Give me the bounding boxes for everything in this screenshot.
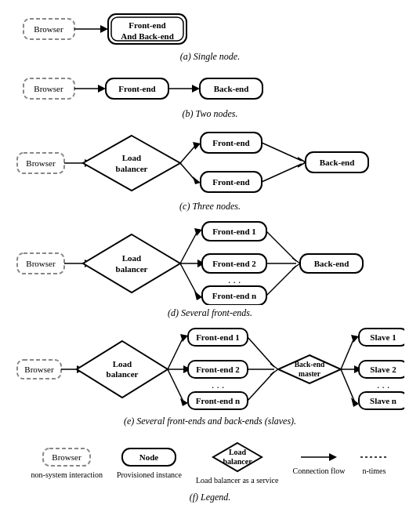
legend-node-label: Provisioned instance [117, 470, 182, 479]
svg-text:balancer: balancer [116, 164, 148, 173]
svg-marker-28 [193, 176, 201, 184]
svg-line-34 [262, 164, 302, 182]
svg-text:Front-end: Front-end [212, 138, 249, 147]
caption-b: (b) Two nodes. [183, 108, 238, 120]
legend-ntimes: n-times [359, 449, 389, 475]
svg-marker-15 [192, 85, 200, 93]
svg-text:Front-end: Front-end [212, 177, 249, 187]
svg-text:master: master [299, 370, 321, 378]
svg-line-88 [248, 372, 274, 401]
svg-text:Slave 2: Slave 2 [370, 365, 396, 374]
svg-line-98 [341, 369, 354, 401]
svg-text:Browser: Browser [26, 158, 56, 168]
svg-marker-43 [83, 234, 180, 292]
svg-line-59 [266, 231, 296, 261]
svg-marker-51 [194, 291, 202, 300]
legend-container: Browser non-system interaction Node Prov… [24, 435, 397, 489]
page: Browser Front-end And Back-end (a) Singl… [0, 0, 420, 512]
svg-text:And Back-end: And Back-end [121, 31, 174, 41]
legend-browser-label: non-system interaction [31, 470, 103, 479]
svg-text:balancer: balancer [223, 457, 252, 466]
legend-lb-icon: Load balancer [210, 440, 265, 474]
legend-node-icon: Node [121, 445, 177, 469]
svg-text:balancer: balancer [116, 264, 148, 274]
svg-text:Front-end n: Front-end n [196, 396, 240, 405]
svg-marker-115 [329, 453, 337, 461]
svg-line-61 [266, 266, 296, 296]
diagram-b-svg: Browser Front-end Back-end [16, 71, 404, 106]
diagram-c: Browser Load balancer Front-end Front-en… [16, 128, 404, 212]
svg-text:Front-end n: Front-end n [212, 291, 256, 300]
svg-line-25 [180, 145, 196, 163]
diagram-d-svg: Browser Load balancer Front-end 1 Front-… [16, 220, 404, 305]
svg-text:Load: Load [122, 153, 141, 162]
legend-connection-icon [299, 449, 339, 465]
svg-text:Browser: Browser [34, 84, 63, 93]
svg-line-33 [262, 143, 302, 161]
diagram-a-svg: Browser Front-end And Back-end [16, 8, 404, 49]
diagram-c-svg: Browser Load balancer Front-end Front-en… [16, 128, 404, 198]
svg-text:Browser: Browser [24, 365, 54, 374]
svg-marker-99 [351, 398, 359, 407]
diagram-a: Browser Front-end And Back-end (a) Singl… [16, 8, 404, 63]
svg-line-46 [180, 231, 197, 263]
svg-line-89 [270, 364, 278, 369]
svg-line-62 [292, 258, 300, 263]
legend-ntimes-label: n-times [362, 467, 386, 475]
svg-line-77 [168, 369, 183, 401]
diagram-e-svg: Browser Load balancer Front-end 1 Front-… [16, 327, 404, 413]
diagram-f: Browser non-system interaction Node Prov… [16, 435, 404, 503]
caption-a: (a) Single node. [180, 51, 240, 63]
svg-text:Slave n: Slave n [370, 396, 396, 405]
svg-line-63 [292, 263, 300, 269]
svg-marker-3 [100, 25, 108, 33]
svg-text:Front-end 1: Front-end 1 [196, 332, 240, 342]
svg-text:balancer: balancer [107, 369, 139, 379]
svg-marker-22 [83, 136, 180, 191]
legend-lb: Load balancer Load balancer as a service [196, 440, 279, 485]
caption-f: (f) Legend. [190, 492, 231, 503]
svg-text:Front-end 2: Front-end 2 [212, 259, 256, 268]
legend-node: Node Provisioned instance [117, 445, 182, 479]
svg-text:Front-end: Front-end [129, 20, 165, 30]
legend-browser-icon: Browser [42, 445, 92, 469]
diagram-b: Browser Front-end Back-end (b) Two nodes… [16, 71, 404, 120]
svg-line-86 [248, 337, 274, 367]
svg-text:. . .: . . . [212, 379, 224, 390]
svg-marker-11 [98, 85, 106, 93]
caption-c: (c) Three nodes. [179, 201, 241, 212]
svg-text:Front-end 1: Front-end 1 [212, 227, 256, 236]
caption-d: (d) Several front-ends. [168, 307, 252, 319]
svg-text:Load: Load [113, 359, 132, 369]
legend-connection-label: Connection flow [292, 467, 345, 475]
caption-e: (e) Several front-ends and back-ends (sl… [124, 416, 296, 427]
svg-line-90 [270, 369, 278, 375]
svg-text:Front-end: Front-end [118, 84, 155, 93]
svg-text:. . .: . . . [377, 379, 389, 390]
svg-line-50 [180, 263, 197, 296]
svg-text:Node: Node [139, 452, 159, 462]
legend-connection: Connection flow [292, 449, 345, 475]
svg-text:Browser: Browser [26, 259, 56, 268]
svg-text:Load: Load [229, 448, 247, 456]
svg-text:Back-end: Back-end [214, 84, 249, 93]
svg-text:Front-end 2: Front-end 2 [196, 365, 240, 374]
svg-text:Back-end: Back-end [314, 259, 349, 268]
svg-marker-91 [278, 355, 341, 383]
svg-text:Back-end: Back-end [320, 158, 355, 167]
svg-line-73 [168, 337, 183, 369]
svg-text:Back-end: Back-end [295, 361, 325, 369]
svg-text:. . .: . . . [228, 274, 241, 285]
svg-text:Load: Load [122, 253, 141, 263]
legend-browser: Browser non-system interaction [31, 445, 103, 479]
svg-marker-78 [180, 398, 188, 406]
svg-text:Browser: Browser [34, 24, 63, 34]
diagram-e: Browser Load balancer Front-end 1 Front-… [16, 327, 404, 427]
diagram-d: Browser Load balancer Front-end 1 Front-… [16, 220, 404, 319]
svg-marker-26 [193, 142, 201, 150]
svg-line-94 [341, 338, 354, 369]
svg-text:Browser: Browser [52, 452, 81, 462]
legend-ntimes-icon [359, 449, 389, 465]
svg-text:Slave 1: Slave 1 [370, 332, 396, 342]
legend-lb-label: Load balancer as a service [196, 476, 279, 485]
